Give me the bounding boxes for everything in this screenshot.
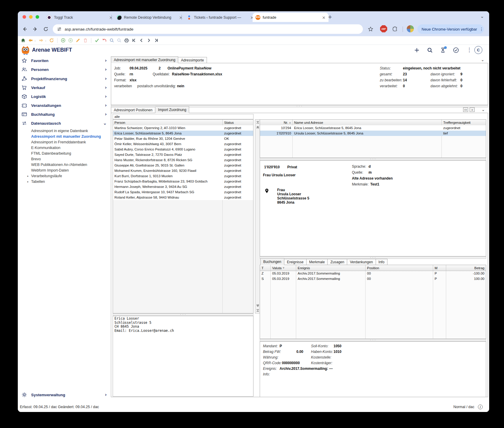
extensions-puzzle-icon[interactable]	[392, 26, 398, 32]
scroll-page-down-icon[interactable]	[256, 303, 260, 308]
col-nr[interactable]: Nr.	[260, 120, 293, 125]
traffic-zoom-button[interactable]	[36, 15, 39, 19]
search-icon[interactable]	[109, 38, 114, 43]
tab-adressimport-manuell[interactable]: Adressimport mit manueller Zuordnung	[111, 56, 178, 63]
position-row[interactable]: Ömir Keller, Weissenbühlweg 43, 3007 Ber…	[113, 141, 253, 147]
tab-buchungen[interactable]: Buchungen	[260, 258, 284, 265]
sidebar-subitem[interactable]: FTML Datenbearbeitung	[31, 150, 109, 156]
tab-close-icon[interactable]	[109, 15, 113, 20]
tab-close-icon[interactable]	[322, 15, 326, 20]
sidebar-subitem[interactable]: Adressimport in Fremddatenbank	[31, 139, 109, 145]
new-tab-button[interactable]	[328, 14, 332, 20]
sidebar-subitem[interactable]: Adressimport in eigene Datenbank	[31, 128, 109, 134]
position-row[interactable]: Giuseppe Ali, Gsellstrasse 25, 9015 St. …	[113, 163, 253, 168]
browser-reload-icon[interactable]	[43, 27, 48, 32]
col-treffergenauigkeit[interactable]: Treffergenauigkeit	[442, 120, 486, 125]
delete-trash-icon[interactable]	[83, 38, 88, 43]
browser-back-icon[interactable]	[22, 26, 27, 32]
sidebar-subitem[interactable]: Verarbeitungsläufe	[31, 173, 109, 179]
position-row[interactable]: Hans Muster, Rickendorfstrasse 8, 8726 R…	[113, 157, 253, 163]
traffic-minimize-button[interactable]	[29, 15, 33, 19]
match-row[interactable]: 1'020'910 Ursula Looser, Schlüsselstrass…	[260, 131, 486, 136]
match-row[interactable]: 10'294 Erica Looser, Schlüsselstrasse 5,…	[260, 125, 486, 131]
browser-tab-tickets[interactable]: Tickets ‹ funtrade Support —	[184, 13, 257, 22]
scroll-bottom-icon[interactable]	[256, 308, 260, 313]
sidebar-item-logistik[interactable]: Logistik	[21, 93, 108, 100]
add-copy-record-icon[interactable]	[68, 38, 73, 43]
print-icon[interactable]	[124, 38, 129, 43]
last-record-icon[interactable]	[154, 38, 159, 43]
col-person[interactable]: Person	[113, 120, 223, 125]
browser-tab-rdp[interactable]: Remote Desktop Verbindung	[114, 13, 186, 22]
positions-panel-collapse-icon[interactable]	[481, 107, 485, 112]
position-row[interactable]: Martina Schweizer, Opernring 2, AT-1010 …	[113, 125, 253, 131]
booking-row[interactable]: Z 05.03.2019 Archiv.2017.Sommermailing 0…	[260, 271, 486, 276]
adblock-extension-icon[interactable]: ABP	[380, 25, 387, 32]
position-row[interactable]: Sayed Durte, Talstrasse 2, 7270 Davos Pl…	[113, 152, 253, 157]
sidebar-item-favoriten[interactable]: Favoriten	[21, 57, 108, 64]
quick-add-icon[interactable]	[414, 47, 420, 53]
splitter-left[interactable]	[113, 313, 253, 316]
tab-verdankungen[interactable]: Verdankungen	[347, 259, 376, 265]
url-text[interactable]: asp.arenae.ch/funtrade-webift/funtrade	[65, 27, 133, 31]
position-row[interactable]: Erica Looser, Schlüsselstrasse 5, 8645 J…	[113, 131, 253, 136]
browser-forward-icon[interactable]	[33, 26, 38, 32]
approvals-check-circle-icon[interactable]	[453, 47, 459, 53]
global-search-icon[interactable]	[427, 47, 433, 53]
user-avatar[interactable]: C	[474, 46, 482, 54]
next-record-icon[interactable]	[146, 38, 151, 43]
pending-tasks-hourglass-icon[interactable]	[440, 47, 446, 53]
tab-adressimporte[interactable]: Adressimporte	[178, 57, 207, 63]
nav-back-dropdown-icon[interactable]	[34, 39, 36, 42]
address-preview[interactable]: Erica Looser Schlüsselstrasse 5 CH 8645 …	[113, 316, 253, 397]
confirm-check-icon[interactable]	[95, 38, 99, 43]
col-t[interactable]: T	[260, 265, 271, 271]
sidebar-subitem[interactable]: E-Kommunikation	[31, 145, 109, 150]
col-betrag[interactable]: Betrag	[446, 265, 486, 271]
col-name[interactable]: Name und Adresse	[293, 120, 442, 125]
col-ereignis[interactable]: Ereignis	[296, 265, 366, 271]
panel-maximize-icon[interactable]: ＋	[470, 107, 475, 112]
sidebar-item-buchhaltung[interactable]: Buchhaltung	[21, 111, 108, 118]
sidebar-item-datenaustausch[interactable]: Datenaustausch	[21, 120, 108, 127]
traffic-close-button[interactable]	[23, 15, 26, 19]
tab-close-icon[interactable]	[179, 15, 183, 20]
tab-search-chevron-icon[interactable]	[480, 14, 484, 19]
booking-row[interactable]: S 05.03.2019 Archiv.2017.Sommermailing 0…	[260, 276, 486, 281]
position-row[interactable]: Franz Schüpbach-Barbaglia, Möttelistrass…	[113, 179, 253, 184]
sidebar-item-veranstaltungen[interactable]: Veranstaltungen	[21, 102, 108, 109]
position-row[interactable]: Roland Keller, Alpstrasse 58, 9443 Widna…	[113, 195, 253, 200]
sidebar-item-systemverwaltung[interactable]: Systemverwaltung	[21, 391, 108, 398]
home-icon[interactable]	[21, 38, 25, 43]
tab-zusagen[interactable]: Zusagen	[328, 259, 347, 265]
col-status[interactable]: Status	[223, 120, 253, 125]
info-icon[interactable]: i	[478, 405, 483, 409]
first-record-icon[interactable]	[132, 38, 136, 43]
browser-profile-avatar[interactable]	[407, 25, 414, 32]
position-row[interactable]: Petar Stalder, Rue du Rhône 30, 1204 Gen…	[113, 136, 253, 141]
nav-forward-icon[interactable]	[39, 38, 44, 43]
scroll-top-icon[interactable]	[256, 120, 260, 125]
position-row[interactable]: Kurt Burri, Dorfstrasse 1, 9313 Muolen z…	[113, 173, 253, 179]
splitter-matches[interactable]	[260, 158, 486, 160]
app-menu-kebab-icon[interactable]	[467, 47, 472, 53]
sidebar-subitem[interactable]: Adressimport mit manueller Zuordnung	[31, 134, 109, 139]
add-record-icon[interactable]	[61, 38, 66, 43]
position-row[interactable]: Hermann Joseph, Weiherstrasse 3, 9434 Au…	[113, 184, 253, 189]
edit-pencil-icon[interactable]	[76, 38, 80, 43]
site-settings-icon[interactable]	[57, 27, 62, 31]
col-valuta[interactable]: Valuta	[271, 265, 296, 271]
filter-row[interactable]: alle	[113, 114, 253, 119]
nav-forward-dropdown-icon[interactable]	[45, 39, 47, 42]
sidebar-subitem[interactable]: WEB Publikationen An-/Abmelden	[31, 162, 109, 168]
col-m[interactable]: M	[433, 265, 446, 271]
tab-import-zuordnung[interactable]: Import Zuordnung	[155, 106, 189, 113]
sidebar-subitem[interactable]: Brevo	[31, 156, 109, 162]
splitter-bookings[interactable]	[260, 339, 486, 341]
browser-tab-toggl[interactable]: Toggl Track	[44, 13, 116, 22]
position-row[interactable]: Rudolf La Spada, Hintergasse 10, 9437 Ma…	[113, 189, 253, 195]
panel-restore-icon[interactable]: ▭	[463, 107, 468, 112]
filter-value[interactable]: alle	[114, 115, 120, 118]
browser-tab-funtrade[interactable]: funtrade	[253, 13, 328, 22]
chrome-update-chip[interactable]: Neue Chrome-Version verfügbar	[417, 24, 484, 34]
